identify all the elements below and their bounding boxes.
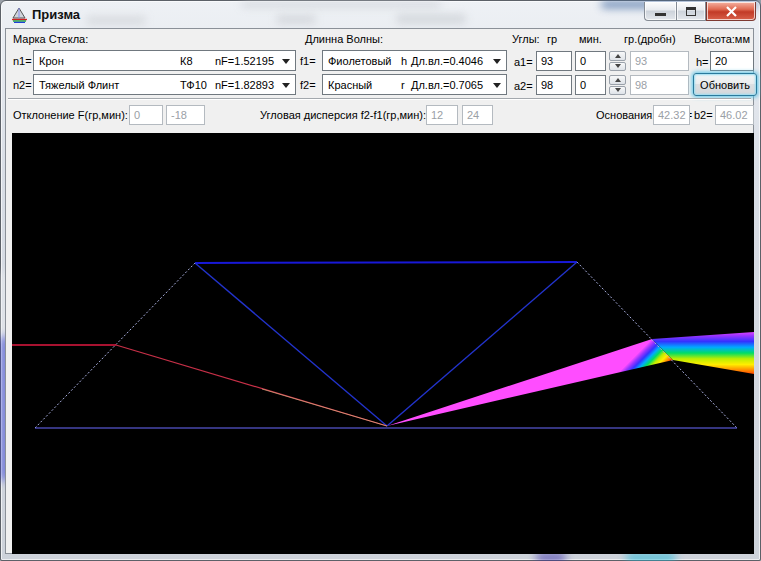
angles-col-min: мин. [579, 33, 602, 45]
arrow-up-icon [615, 78, 621, 82]
a2-spin-up-button[interactable] [609, 75, 626, 85]
glass1-name: Крон [39, 55, 64, 67]
chevron-down-icon [493, 59, 501, 64]
glass2-combobox[interactable]: Тяжелый Флинт ТФ10 nF=1.82893 [33, 74, 296, 95]
minimize-button[interactable] [644, 2, 676, 21]
f2-label: f2= [300, 79, 316, 91]
deviation-deg-field: 0 [129, 105, 163, 125]
prism1-right-face [195, 263, 387, 426]
dispersion-deg-field: 12 [426, 105, 458, 125]
glass2-code: ТФ10 [180, 79, 207, 91]
b2-field: 46.02 [715, 105, 754, 125]
wave1-value: Дл.вл.=0.4046 [411, 55, 483, 67]
client-area: Марка Стекла: n1= Крон К8 nF=1.52195 n2=… [5, 28, 754, 554]
internal-ray-dispersion-tint [262, 389, 387, 426]
h-label: h= [696, 56, 709, 68]
dispersion-min-field: 24 [462, 105, 493, 125]
app-icon [11, 6, 28, 23]
chevron-down-icon [282, 59, 290, 64]
deviation-min-field: -18 [166, 105, 205, 125]
a1-spin-down-button[interactable] [609, 62, 626, 72]
wavelength-section-label: Длинна Волны: [305, 33, 383, 45]
a1-spin-up-button[interactable] [609, 51, 626, 61]
app-window: Призма Марка Стекла: n1= Крон К8 nF=1.52… [0, 0, 761, 561]
a1-label: a1= [514, 56, 533, 68]
deviation-label: Отклонение F(гр,мин): [13, 109, 128, 121]
a1-frac-field: 93 [630, 51, 689, 71]
wave1-name: Фиолетовый [328, 55, 391, 67]
wave2-value: Дл.вл.=0.7065 [411, 79, 483, 91]
a1-spinner [609, 51, 626, 71]
b2-label: b2= [694, 109, 713, 121]
b1-field: 42.32 [653, 105, 690, 125]
a2-deg-input[interactable]: 98 [536, 75, 572, 95]
prism-drawing [12, 133, 754, 554]
height-section-label: Высота:мм [694, 33, 750, 45]
angles-col-frac: гр.(дробн) [624, 33, 676, 45]
wave2-letter: r [401, 79, 405, 91]
wave2-name: Красный [328, 79, 372, 91]
n1-label: n1= [13, 55, 32, 67]
exit-beam [652, 332, 754, 374]
arrow-down-icon [615, 88, 621, 92]
a2-frac-field: 98 [630, 75, 689, 95]
arrow-down-icon [615, 64, 621, 68]
close-button[interactable] [706, 2, 756, 21]
a1-min-input[interactable]: 0 [575, 51, 606, 71]
window-title: Призма [32, 7, 80, 22]
n2-label: n2= [13, 79, 32, 91]
glass1-code: К8 [180, 55, 193, 67]
glass1-combobox[interactable]: Крон К8 nF=1.52195 [33, 50, 296, 71]
glass2-index: nF=1.82893 [215, 79, 274, 91]
dispersion-label: Угловая дисперсия f2-f1(гр,мин): [260, 109, 426, 121]
angles-col-deg: гр [547, 33, 557, 45]
dispersion-fan [387, 339, 673, 426]
titlebar[interactable]: Призма [1, 1, 760, 28]
wave1-letter: h [401, 55, 407, 67]
separator [8, 98, 751, 100]
maximize-icon [686, 7, 696, 16]
prism-top-line [195, 262, 577, 263]
arrow-up-icon [615, 54, 621, 58]
chevron-down-icon [493, 83, 501, 88]
close-icon [725, 6, 738, 17]
glass-reflection [536, 554, 566, 561]
maximize-button[interactable] [676, 2, 706, 21]
update-button[interactable]: Обновить [693, 73, 757, 96]
minimize-icon [655, 13, 666, 16]
glass1-index: nF=1.52195 [215, 55, 274, 67]
a2-spinner [609, 75, 626, 95]
prism-canvas [12, 133, 754, 554]
wavelength1-combobox[interactable]: Фиолетовый h Дл.вл.=0.4046 [322, 50, 507, 71]
f1-label: f1= [300, 55, 316, 67]
glass-section-label: Марка Стекла: [13, 33, 88, 45]
wavelength2-combobox[interactable]: Красный r Дл.вл.=0.7065 [322, 74, 507, 95]
a2-min-input[interactable]: 0 [575, 75, 606, 95]
glass-reflection [626, 554, 676, 561]
chevron-down-icon [282, 83, 290, 88]
a1-deg-input[interactable]: 93 [536, 51, 572, 71]
h-input[interactable]: 20 [710, 51, 754, 71]
a2-spin-down-button[interactable] [609, 86, 626, 96]
glass2-name: Тяжелый Флинт [39, 79, 119, 91]
a2-label: a2= [514, 80, 533, 92]
angles-section-label: Углы: [512, 33, 540, 45]
